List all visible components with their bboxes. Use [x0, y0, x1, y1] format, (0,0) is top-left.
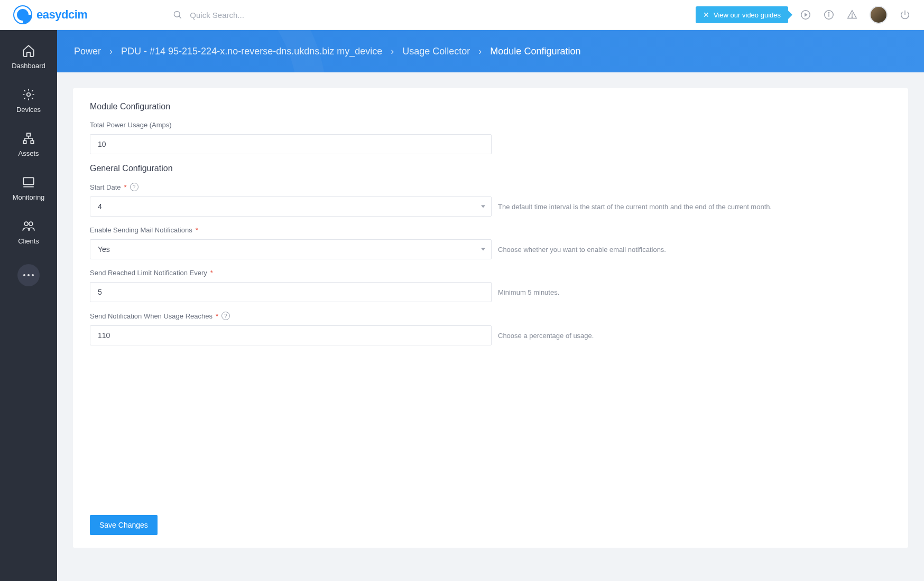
sidebar-item-label: Monitoring: [13, 193, 45, 201]
help-icon[interactable]: ?: [221, 312, 230, 320]
field-limit-notification: Send Reached Limit Notification Every* M…: [90, 269, 891, 302]
field-mail-notifications: Enable Sending Mail Notifications* Yes C…: [90, 226, 891, 259]
sitemap-icon: [22, 132, 35, 145]
svg-point-16: [29, 222, 33, 226]
search-input[interactable]: [190, 11, 348, 20]
total-power-label: Total Power Usage (Amps): [90, 121, 891, 129]
sidebar-item-label: Devices: [16, 106, 41, 114]
usage-label: Send Notification When Usage Reaches: [90, 312, 212, 320]
svg-rect-11: [23, 140, 26, 143]
total-power-input[interactable]: [90, 134, 492, 154]
required-mark: *: [196, 226, 198, 234]
svg-rect-12: [31, 140, 33, 143]
gear-icon: [22, 88, 35, 101]
video-guides-button[interactable]: ✕ View our video guides: [696, 6, 788, 23]
chevron-right-icon: ›: [391, 46, 394, 57]
save-button[interactable]: Save Changes: [90, 515, 158, 535]
svg-point-15: [24, 222, 28, 226]
info-icon[interactable]: [823, 9, 835, 21]
topbar: easydcim ✕ View our video guides: [0, 0, 924, 30]
field-total-power: Total Power Usage (Amps): [90, 121, 891, 154]
required-mark: *: [210, 269, 213, 277]
breadcrumb-module-config: Module Configuration: [490, 46, 580, 57]
svg-rect-13: [23, 177, 34, 184]
svg-rect-10: [27, 133, 31, 136]
sidebar-item-assets[interactable]: Assets: [0, 129, 57, 160]
mail-label: Enable Sending Mail Notifications: [90, 226, 192, 234]
content: Module Configuration Total Power Usage (…: [57, 72, 924, 581]
search-icon: [172, 9, 183, 21]
sidebar-item-label: Assets: [18, 149, 39, 157]
sidebar-item-dashboard[interactable]: Dashboard: [0, 42, 57, 72]
svg-point-5: [828, 13, 829, 13]
logo-mark-icon: [13, 5, 32, 24]
required-mark: *: [216, 312, 218, 320]
users-icon: [22, 219, 35, 233]
sidebar-item-monitoring[interactable]: Monitoring: [0, 173, 57, 203]
sidebar-item-devices[interactable]: Devices: [0, 86, 57, 116]
sidebar: Dashboard Devices Assets Monitoring Clie…: [0, 30, 57, 581]
limit-input[interactable]: [90, 282, 492, 302]
sidebar-item-label: Dashboard: [12, 62, 45, 70]
breadcrumb: Power › PDU - #14 95-215-224-x.no-revers…: [57, 30, 924, 72]
config-card: Module Configuration Total Power Usage (…: [73, 88, 908, 548]
home-icon: [22, 44, 35, 58]
svg-point-7: [852, 17, 852, 17]
dots-icon: [23, 274, 34, 276]
svg-point-9: [27, 93, 31, 97]
logo[interactable]: easydcim: [13, 5, 87, 24]
sidebar-item-clients[interactable]: Clients: [0, 217, 57, 247]
section-title-general: General Configuration: [90, 164, 891, 173]
start-date-hint: The default time interval is the start o…: [498, 203, 772, 211]
mail-select[interactable]: Yes: [90, 239, 492, 259]
svg-line-1: [179, 16, 181, 18]
close-icon[interactable]: ✕: [703, 11, 709, 19]
play-icon[interactable]: [800, 9, 811, 21]
svg-point-0: [174, 11, 180, 17]
avatar[interactable]: [870, 6, 888, 24]
breadcrumb-pdu[interactable]: PDU - #14 95-215-224-x.no-reverse-dns.uk…: [121, 46, 382, 57]
required-mark: *: [124, 183, 127, 191]
field-usage-notification: Send Notification When Usage Reaches* ? …: [90, 312, 891, 345]
limit-label: Send Reached Limit Notification Every: [90, 269, 207, 277]
alert-icon[interactable]: [846, 9, 858, 21]
more-button[interactable]: [17, 264, 40, 286]
start-date-label: Start Date: [90, 183, 121, 191]
breadcrumb-power[interactable]: Power: [74, 46, 101, 57]
search-wrap: [172, 9, 348, 21]
monitor-icon: [22, 175, 35, 189]
chevron-right-icon: ›: [478, 46, 482, 57]
usage-hint: Choose a percentage of usage.: [498, 332, 594, 340]
breadcrumb-usage-collector[interactable]: Usage Collector: [402, 46, 470, 57]
section-title-module: Module Configuration: [90, 102, 891, 111]
field-start-date: Start Date* ? 4 The default time interva…: [90, 183, 891, 217]
video-guides-label: View our video guides: [714, 11, 781, 19]
start-date-select[interactable]: 4: [90, 196, 492, 217]
mail-hint: Choose whether you want to enable email …: [498, 246, 666, 254]
usage-input[interactable]: [90, 325, 492, 345]
chevron-right-icon: ›: [109, 46, 113, 57]
power-icon[interactable]: [899, 9, 911, 21]
help-icon[interactable]: ?: [130, 183, 138, 191]
main: Power › PDU - #14 95-215-224-x.no-revers…: [57, 30, 924, 581]
logo-text: easydcim: [36, 8, 87, 22]
sidebar-item-label: Clients: [18, 237, 39, 245]
limit-hint: Minimum 5 minutes.: [498, 288, 559, 296]
